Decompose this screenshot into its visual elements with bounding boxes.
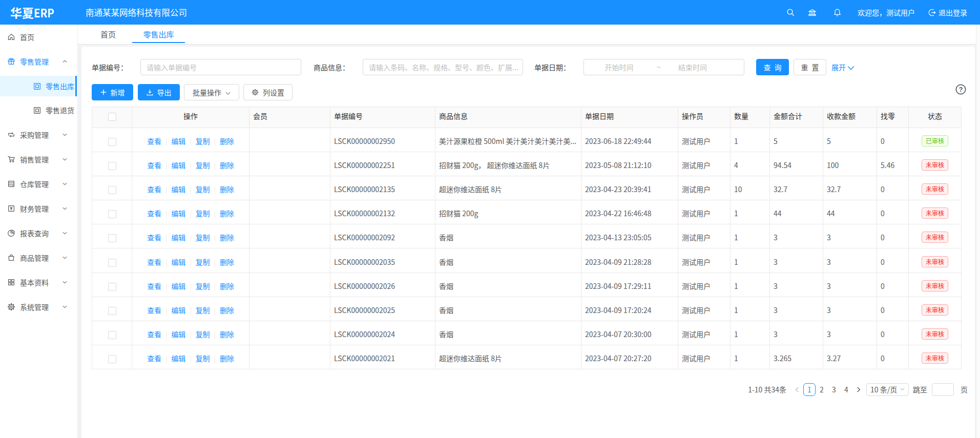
svg-text:?: ? bbox=[959, 86, 963, 93]
